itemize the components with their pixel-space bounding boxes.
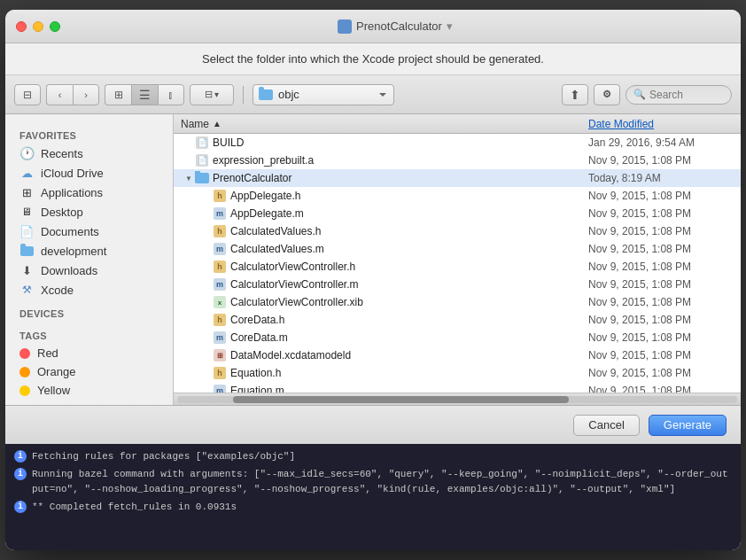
sidebar-item-applications[interactable]: ⊞ Applications bbox=[5, 183, 173, 202]
file-name: expression_prebuilt.a bbox=[213, 154, 314, 167]
file-name: BUILD bbox=[213, 136, 244, 149]
icloud-icon: ☁ bbox=[19, 166, 34, 180]
col-date-header[interactable]: Date Modified bbox=[581, 118, 741, 130]
file-type-icon: h bbox=[213, 260, 227, 274]
search-box[interactable]: 🔍 bbox=[626, 85, 732, 105]
file-type-icon: m bbox=[213, 384, 227, 393]
file-type-icon: m bbox=[213, 242, 227, 256]
forward-button[interactable]: › bbox=[73, 84, 99, 105]
table-row[interactable]: x CalculatorViewController.xib Nov 9, 20… bbox=[174, 293, 741, 311]
table-row[interactable]: ▼ PrenotCalculator Today, 8:19 AM bbox=[174, 169, 741, 187]
file-name-cell: x CalculatorViewController.xib bbox=[174, 295, 581, 309]
file-name: AppDelegate.h bbox=[230, 190, 300, 202]
table-row[interactable]: h CoreData.h Nov 9, 2015, 1:08 PM bbox=[174, 311, 741, 329]
view-column-button[interactable]: ⫿ bbox=[158, 84, 184, 105]
file-name-cell: m CalculatedValues.m bbox=[174, 242, 581, 256]
development-icon bbox=[19, 244, 34, 258]
back-button[interactable]: ‹ bbox=[46, 84, 73, 105]
file-date-cell: Nov 9, 2015, 1:08 PM bbox=[581, 154, 741, 167]
table-row[interactable]: m Equation.m Nov 9, 2015, 1:08 PM bbox=[174, 382, 741, 393]
file-list[interactable]: 📄 BUILD Jan 29, 2016, 9:54 AM 📄 expressi… bbox=[174, 134, 741, 393]
table-row[interactable]: m CalculatedValues.m Nov 9, 2015, 1:08 P… bbox=[174, 240, 741, 258]
devices-header: Devices bbox=[5, 299, 173, 322]
table-row[interactable]: h CalculatedValues.h Nov 9, 2015, 1:08 P… bbox=[174, 222, 741, 240]
sidebar-item-downloads[interactable]: ⬇ Downloads bbox=[5, 261, 173, 280]
horizontal-scrollbar[interactable] bbox=[177, 396, 737, 403]
col-name-header[interactable]: Name ▲ bbox=[174, 118, 581, 130]
finder-dialog: PrenotCalculator ▾ Select the folder int… bbox=[5, 10, 741, 550]
file-name: CalculatorViewController.m bbox=[230, 278, 359, 291]
file-name: CalculatorViewController.h bbox=[230, 261, 355, 273]
sidebar-item-recents[interactable]: 🕐 Recents bbox=[5, 144, 173, 163]
close-button[interactable] bbox=[16, 21, 27, 32]
table-row[interactable]: h CalculatorViewController.h Nov 9, 2015… bbox=[174, 258, 741, 276]
file-name: Equation.h bbox=[230, 367, 281, 379]
sidebar-item-desktop[interactable]: 🖥 Desktop bbox=[5, 202, 173, 222]
cancel-button[interactable]: Cancel bbox=[573, 415, 639, 436]
sidebar-toggle-button[interactable]: ⊟ bbox=[14, 84, 41, 105]
sidebar-item-yellow[interactable]: Yellow bbox=[5, 381, 173, 400]
maximize-button[interactable] bbox=[50, 21, 60, 32]
table-row[interactable]: 📄 BUILD Jan 29, 2016, 9:54 AM bbox=[174, 134, 741, 152]
sort-arrow: ▲ bbox=[213, 119, 221, 128]
file-name: PrenotCalculator bbox=[213, 172, 291, 184]
share-button[interactable]: ⬆ bbox=[562, 84, 588, 105]
table-row[interactable]: 📄 expression_prebuilt.a Nov 9, 2015, 1:0… bbox=[174, 152, 741, 169]
sidebar-item-orange[interactable]: Orange bbox=[5, 362, 173, 381]
file-type-icon: x bbox=[213, 295, 227, 309]
sidebar-item-label: Xcode bbox=[41, 284, 74, 297]
more-actions-button[interactable]: ⚙ bbox=[594, 84, 620, 105]
sidebar-item-documents[interactable]: 📄 Documents bbox=[5, 222, 173, 241]
file-date-cell: Today, 8:19 AM bbox=[581, 172, 741, 184]
file-date-cell: Nov 9, 2015, 1:08 PM bbox=[581, 243, 741, 255]
horizontal-scroll-thumb[interactable] bbox=[233, 396, 569, 403]
table-row[interactable]: m CoreData.m Nov 9, 2015, 1:08 PM bbox=[174, 329, 741, 346]
file-type-icon: m bbox=[213, 277, 227, 292]
file-name: Equation.m bbox=[230, 385, 284, 393]
yellow-tag-dot bbox=[19, 385, 30, 396]
file-date-cell: Nov 9, 2015, 1:08 PM bbox=[581, 296, 741, 308]
sidebar-item-icloud[interactable]: ☁ iCloud Drive bbox=[5, 163, 173, 183]
view-list-button[interactable]: ☰ bbox=[131, 84, 158, 105]
file-type-icon: 📄 bbox=[195, 153, 209, 167]
file-list-footer bbox=[174, 393, 741, 405]
sidebar-item-red[interactable]: Red bbox=[5, 344, 173, 362]
sidebar-item-xcode[interactable]: ⚒ Xcode bbox=[5, 280, 173, 299]
sidebar-item-label: iCloud Drive bbox=[41, 167, 104, 180]
file-date-cell: Nov 9, 2015, 1:08 PM bbox=[581, 261, 741, 273]
table-row[interactable]: ⊞ DataModel.xcdatamodeld Nov 9, 2015, 1:… bbox=[174, 346, 741, 364]
sidebar-item-label: Documents bbox=[41, 225, 99, 238]
app-icon bbox=[338, 19, 352, 34]
sidebar-item-label: Downloads bbox=[41, 264, 97, 277]
expand-triangle[interactable]: ▼ bbox=[184, 174, 193, 183]
search-input[interactable] bbox=[649, 89, 729, 101]
action-button[interactable]: ⊟▾ bbox=[190, 84, 234, 105]
file-type-icon: h bbox=[213, 366, 227, 380]
file-name: CoreData.h bbox=[230, 314, 284, 326]
folder-icon bbox=[259, 89, 273, 100]
table-row[interactable]: h Equation.h Nov 9, 2015, 1:08 PM bbox=[174, 364, 741, 382]
table-row[interactable]: h AppDelegate.h Nov 9, 2015, 1:08 PM bbox=[174, 187, 741, 205]
path-dropdown-wrapper[interactable]: objc bbox=[253, 84, 394, 105]
recents-icon: 🕐 bbox=[19, 146, 34, 160]
table-row[interactable]: m AppDelegate.m Nov 9, 2015, 1:08 PM bbox=[174, 205, 741, 222]
file-name-cell: 📄 BUILD bbox=[174, 136, 581, 150]
desktop-icon: 🖥 bbox=[19, 205, 34, 219]
generate-button[interactable]: Generate bbox=[649, 415, 727, 436]
minimize-button[interactable] bbox=[33, 21, 43, 32]
nav-buttons: ‹ › bbox=[46, 84, 99, 105]
table-row[interactable]: m CalculatorViewController.m Nov 9, 2015… bbox=[174, 276, 741, 293]
separator-1 bbox=[243, 86, 244, 104]
file-name-cell: 📄 expression_prebuilt.a bbox=[174, 153, 581, 167]
file-date-cell: Nov 9, 2015, 1:08 PM bbox=[581, 349, 741, 362]
file-name-cell: h Equation.h bbox=[174, 366, 581, 380]
file-date-cell: Nov 9, 2015, 1:08 PM bbox=[581, 278, 741, 291]
file-name-cell: m CalculatorViewController.m bbox=[174, 277, 581, 292]
sidebar-item-development[interactable]: development bbox=[5, 241, 173, 261]
file-name-cell: h CalculatorViewController.h bbox=[174, 260, 581, 274]
file-list-container: Name ▲ Date Modified 📄 BUILD Jan 29, 201… bbox=[174, 114, 741, 405]
view-icon-button[interactable]: ⊞ bbox=[105, 84, 131, 105]
file-type-icon: 📄 bbox=[195, 136, 209, 150]
favorites-header: Favorites bbox=[5, 121, 173, 144]
xcode-icon: ⚒ bbox=[19, 283, 34, 297]
